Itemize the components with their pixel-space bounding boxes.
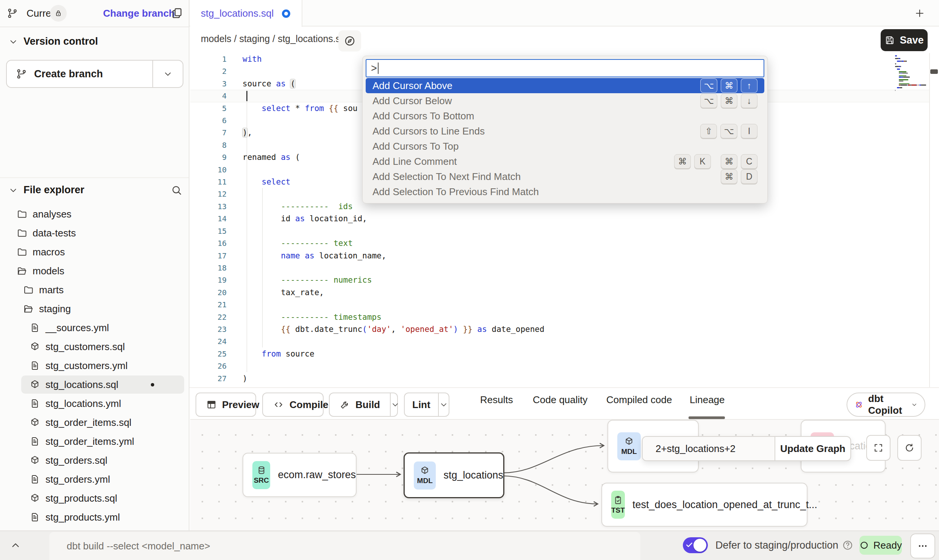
scrollbar-thumb[interactable] (930, 69, 938, 74)
file-label: macros (33, 246, 65, 258)
check-icon (685, 541, 693, 549)
copy-branch-icon[interactable] (171, 7, 183, 20)
keycap: D (741, 169, 757, 184)
palette-item-label: Add Cursor Below (372, 95, 452, 107)
file-item-stg-orders-sql[interactable]: stg_orders.sql (0, 451, 189, 470)
defer-toggle[interactable] (683, 537, 708, 553)
file-label: stg_products.sql (45, 493, 117, 504)
compile-button[interactable]: Compile (262, 393, 324, 417)
copilot-label: dbt Copilot (868, 393, 906, 416)
dbt-copilot-button[interactable]: dbt Copilot (847, 393, 925, 417)
file-icon (30, 474, 40, 485)
file-item-analyses[interactable]: analyses (0, 205, 189, 224)
dbt-command-input[interactable]: dbt build --select <model_name> (49, 532, 640, 560)
fullscreen-button[interactable] (866, 435, 890, 461)
new-tab-button[interactable] (914, 8, 925, 19)
more-options-button[interactable] (910, 533, 935, 558)
file-label: staging (39, 303, 71, 315)
explore-compass-icon[interactable] (338, 30, 361, 52)
modified-dot-icon (151, 383, 154, 386)
minimap[interactable] (895, 55, 928, 91)
file-item-stg-order-items-sql[interactable]: stg_order_items.sql (0, 413, 189, 432)
file-item--sources-yml[interactable]: __sources.yml (0, 318, 189, 337)
code-line-25: from source (243, 348, 545, 360)
file-search-icon[interactable] (171, 184, 183, 196)
palette-item-label: Add Selection To All Find Matches (372, 201, 521, 204)
lineage-node-source[interactable]: SRC ecom.raw_stores (243, 453, 357, 497)
file-item-stg-order-items-yml[interactable]: stg_order_items.yml (0, 432, 189, 451)
lineage-node-test[interactable]: TST test_does_location_opened_at_trunc_t… (601, 483, 808, 527)
file-item-staging[interactable]: staging (0, 299, 189, 318)
help-icon[interactable] (842, 540, 853, 551)
lineage-node-model[interactable]: MDL stg_locations (404, 452, 504, 498)
tab-lineage[interactable]: Lineage (690, 394, 725, 406)
file-label: models (33, 265, 64, 277)
file-item-stg-products-yml[interactable]: stg_products.yml (0, 508, 189, 527)
sidebar-divider (0, 177, 189, 178)
file-label: analyses (33, 208, 72, 220)
lint-dropdown[interactable] (438, 393, 449, 416)
change-branch-link[interactable]: Change branch (103, 8, 175, 19)
tab-stg-locations[interactable]: stg_locations.sql (190, 0, 302, 27)
tab-code-quality[interactable]: Code quality (533, 394, 588, 406)
file-item-stg-products-sql[interactable]: stg_products.sql (0, 489, 189, 508)
code-line-26 (243, 360, 545, 372)
node-label: stg_locations (443, 469, 503, 481)
palette-caret (378, 63, 379, 74)
palette-item-add-cursors-to-top[interactable]: Add Cursors To Top (366, 139, 764, 154)
test-badge: TST (611, 491, 625, 519)
chevron-down-icon (8, 37, 18, 47)
refresh-button[interactable] (897, 435, 922, 461)
create-branch-dropdown[interactable] (152, 61, 183, 87)
palette-item-add-cursor-below[interactable]: Add Cursor Below⌥⌘↓ (366, 93, 764, 108)
palette-item-label: Add Cursors To Top (372, 141, 459, 152)
file-explorer-section-header[interactable]: File explorer (8, 184, 85, 196)
file-item-stg-customers-sql[interactable]: stg_customers.sql (0, 337, 189, 356)
palette-item-add-selection-to-next-find-match[interactable]: Add Selection To Next Find Match⌘D (366, 169, 764, 184)
lineage-filter-input[interactable]: 2+stg_locations+2 (643, 437, 775, 460)
command-palette-input[interactable]: > (366, 59, 764, 77)
file-item-stg-locations-sql[interactable]: stg_locations.sql (0, 375, 189, 394)
tab-compiled-code[interactable]: Compiled code (606, 394, 672, 406)
preview-button[interactable]: Preview (196, 393, 256, 417)
save-button[interactable]: Save (881, 29, 928, 51)
file-item-models[interactable]: models (0, 261, 189, 280)
model-icon (30, 455, 40, 466)
collapse-panel-icon[interactable] (10, 540, 21, 551)
lint-button[interactable]: Lint (404, 393, 449, 417)
file-item-stg-locations-yml[interactable]: stg_locations.yml (0, 394, 189, 413)
create-branch-button[interactable]: Create branch (6, 60, 183, 88)
code-line-17: name as location_name, (243, 250, 545, 262)
toggle-knob (693, 539, 706, 552)
ready-status-badge[interactable]: Ready (859, 536, 902, 555)
file-item-stg-customers-yml[interactable]: stg_customers.yml (0, 356, 189, 375)
code-line-22: ---------- timestamps (243, 311, 545, 323)
keycap: ⌘ (721, 78, 737, 93)
palette-item-add-selection-to-previous-find-match[interactable]: Add Selection To Previous Find Match (366, 184, 764, 199)
lineage-canvas[interactable]: SRC ecom.raw_stores MDL stg_locations MD… (190, 419, 939, 530)
update-graph-button[interactable]: Update Graph (775, 437, 850, 460)
save-label: Save (900, 34, 923, 46)
palette-item-add-line-comment[interactable]: Add Line Comment⌘K⌘C (366, 154, 764, 169)
version-control-section-header[interactable]: Version control (8, 36, 98, 47)
shortcut-keys: ⌥⌘↑ (700, 78, 757, 93)
dbt-copilot-logo-icon (854, 398, 864, 411)
palette-item-add-cursors-to-bottom[interactable]: Add Cursors To Bottom (366, 108, 764, 124)
palette-item-add-cursor-above[interactable]: Add Cursor Above⌥⌘↑ (366, 78, 764, 93)
file-item-data-tests[interactable]: data-tests (0, 224, 189, 242)
tab-results[interactable]: Results (480, 394, 513, 406)
shortcut-keys: ⌥⌘↓ (700, 94, 757, 108)
build-dropdown[interactable] (390, 393, 400, 416)
model-icon (30, 417, 40, 428)
palette-item-add-selection-to-all-find-matches[interactable]: Add Selection To All Find Matches (366, 199, 764, 203)
file-label: stg_customers.yml (45, 360, 128, 372)
build-button[interactable]: Build (329, 393, 398, 417)
chevron-down-icon (391, 400, 400, 409)
file-item-stg-orders-yml[interactable]: stg_orders.yml (0, 470, 189, 489)
model-badge: MDL (617, 432, 641, 460)
version-control-title: Version control (23, 36, 98, 47)
palette-item-add-cursors-to-line-ends[interactable]: Add Cursors to Line Ends⇧⌥I (366, 124, 764, 139)
file-item-macros[interactable]: macros (0, 242, 189, 261)
keycap: I (741, 124, 757, 138)
file-item-marts[interactable]: marts (0, 280, 189, 299)
